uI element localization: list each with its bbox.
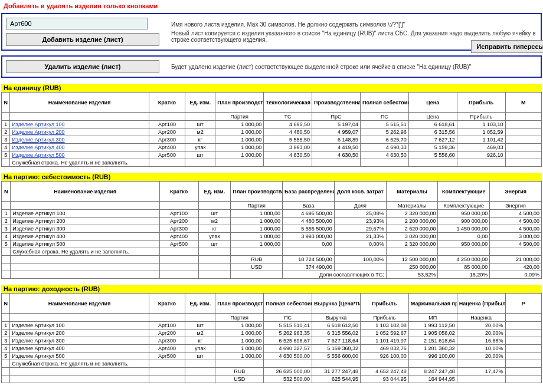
h-prc: Производственная себестоимость <box>312 93 361 113</box>
item-link[interactable]: Изделие Артикул 500 <box>12 152 64 158</box>
fix-hyperlinks-button[interactable]: Исправить гиперссыл <box>471 40 543 53</box>
h-tc: Технологическая себестоимость <box>264 93 312 113</box>
footer-rub: RUB 26 625 000,00 31 277 247,48 4 652 24… <box>2 368 542 375</box>
table-row[interactable]: 1Изделие Артикул 100Арт100шт 1 000,004 6… <box>2 210 542 218</box>
section2-title: На партию: себестоимость (RUB) <box>1 173 542 181</box>
section3-title: На партию: доходность (RUB) <box>1 285 542 293</box>
h-price: Цена <box>408 93 457 113</box>
service-row: Служебная строка. Не удалять и не заполн… <box>2 248 542 256</box>
h-plan: План производства (количество) <box>215 93 264 113</box>
h-name: Наименование изделия <box>10 93 149 113</box>
table-row[interactable]: 3Изделие Артикул 300Арт300кг 1 000,006 5… <box>2 337 542 345</box>
item-link[interactable]: Изделие Артикул 200 <box>12 129 64 135</box>
h-unit: Ед. изм. <box>185 93 215 113</box>
h-extra: М <box>505 93 541 113</box>
footer-usd: USD 532 500,00 625 544,95 93 044,95 164 … <box>2 375 542 383</box>
add-item-button[interactable]: Добавить изделие (лист) <box>6 33 159 46</box>
table-row[interactable]: 2 Изделие Артикул 200 Арт200м2 1 000,004… <box>2 129 542 136</box>
service-row: Служебная строка. Не удалять и не заполн… <box>2 159 542 167</box>
footer-rub: RUB 18 724 500,00 100,00% 12 500 000,00 … <box>2 256 542 263</box>
table-row[interactable]: 5Изделие Артикул 500Арт500шт 1 000,004 6… <box>2 353 542 360</box>
h-short: Кратко <box>149 93 185 113</box>
delete-item-button[interactable]: Удалить изделие (лист) <box>6 60 159 73</box>
warning-text: Добавлять и удалять изделия только кнопк… <box>4 2 542 9</box>
add-hint-1: Имя нового листа изделия. Max 30 символо… <box>171 21 537 28</box>
table-row[interactable]: 4 Изделие Артикул 400 Арт400упак 1 000,0… <box>2 144 542 151</box>
table-row[interactable]: 5Изделие Артикул 500Арт500шт 1 000,000,0… <box>2 241 542 248</box>
table-per-unit: N Наименование изделия Кратко Ед. изм. П… <box>1 92 542 167</box>
table-row[interactable]: 4Изделие Артикул 400Арт400упак 1 000,003… <box>2 233 542 241</box>
table-row[interactable]: 2Изделие Артикул 200Арт200м2 1 000,004 4… <box>2 218 542 225</box>
item-link[interactable]: Изделие Артикул 100 <box>12 121 64 127</box>
table-row[interactable]: 1Изделие Артикул 100Арт100шт 1 000,005 5… <box>2 322 542 330</box>
table-batch-cost: N Наименование изделия Кратко Ед. изм. П… <box>1 181 542 279</box>
add-item-box: Добавить изделие (лист) Имя нового листа… <box>1 13 542 51</box>
h-pc: Полная себестоимость (RUB) <box>360 93 408 113</box>
delete-hint: Будет удалено изделие (лист) соответству… <box>171 64 537 70</box>
table-row[interactable]: 5 Изделие Артикул 500 Арт500шт 1 000,004… <box>2 151 542 159</box>
delete-item-box: Удалить изделие (лист) Будет удалено изд… <box>1 55 542 78</box>
h-profit: Прибыль <box>457 93 505 113</box>
table-row[interactable]: 1 Изделие Артикул 100 Арт100шт 1 000,004… <box>2 121 542 129</box>
table-batch-profit: N Наименование изделия Кратко Ед. изм. П… <box>1 293 542 383</box>
footer-usd: USD 374 490,00 250 000,00 85 000,00 420,… <box>2 263 542 271</box>
item-link[interactable]: Изделие Артикул 400 <box>12 144 64 150</box>
footer-share: Доли составляющих в ТС: 53,52% 18,20% 0,… <box>2 271 542 279</box>
service-row: Служебная строка. Не удалять и не заполн… <box>2 360 542 368</box>
table-row[interactable]: 2Изделие Артикул 200Арт200м2 1 000,005 2… <box>2 330 542 337</box>
table-row[interactable]: 4Изделие Артикул 400Арт400упак 1 000,004… <box>2 345 542 353</box>
item-link[interactable]: Изделие Артикул 300 <box>12 137 64 143</box>
table-row[interactable]: 3Изделие Артикул 300Арт300кг 1 000,005 5… <box>2 225 542 233</box>
table-row[interactable]: 3 Изделие Артикул 300 Арт300кг 1 000,005… <box>2 136 542 144</box>
h-n: N <box>2 93 10 113</box>
new-sheet-name-input[interactable] <box>6 18 148 29</box>
section1-title: На единицу (RUB) <box>1 84 542 92</box>
